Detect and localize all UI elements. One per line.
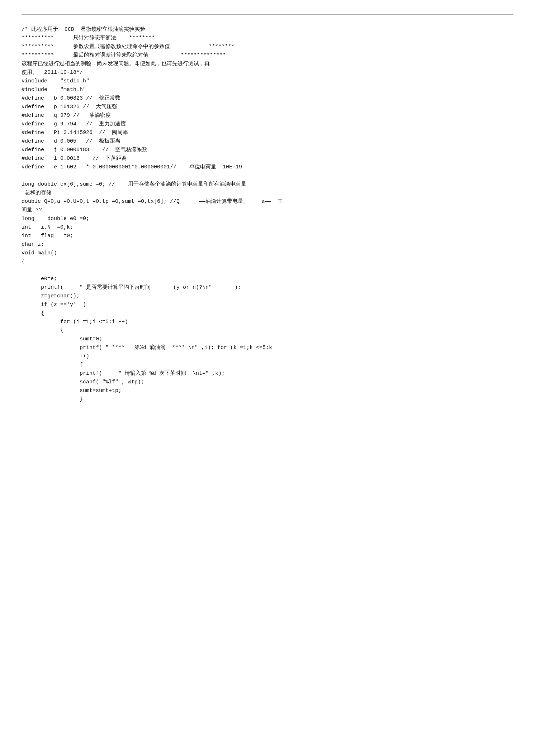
top-divider	[22, 14, 513, 15]
code-content: /* 此程序用于 CCD 显微镜密立根油滴实验实验 ********** 只针对…	[22, 25, 513, 404]
